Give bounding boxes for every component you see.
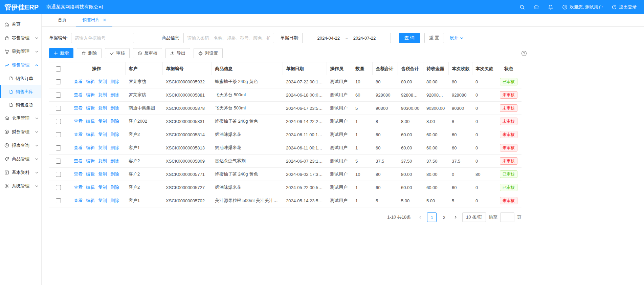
select-all-checkbox[interactable] — [56, 66, 61, 72]
row-action-edit[interactable]: 编辑 — [86, 198, 95, 203]
expand-toggle[interactable]: 展开 — [450, 35, 464, 41]
row-action-view[interactable]: 查看 — [74, 158, 83, 163]
row-action-edit[interactable]: 编辑 — [86, 158, 95, 163]
row-action-delete[interactable]: 删除 — [110, 119, 119, 124]
row-action-view[interactable]: 查看 — [74, 92, 83, 97]
product-info-input[interactable] — [183, 33, 274, 43]
sidebar-item-finance-management[interactable]: 财务管理 — [0, 125, 41, 139]
column-settings-button[interactable]: 列设置 — [194, 48, 223, 58]
sidebar-item-warehouse-management[interactable]: 仓库管理 — [0, 111, 41, 125]
row-action-copy[interactable]: 复制 — [98, 171, 107, 177]
notification-bell-icon[interactable] — [548, 4, 553, 10]
row-action-edit[interactable]: 编辑 — [86, 119, 95, 124]
row-action-edit[interactable]: 编辑 — [86, 171, 95, 177]
next-page-button[interactable] — [451, 213, 460, 222]
row-checkbox[interactable] — [56, 145, 61, 150]
row-checkbox[interactable] — [56, 119, 61, 124]
cell-receivable: 928080.00 — [423, 88, 448, 102]
add-button[interactable]: 新增 — [49, 48, 73, 58]
row-action-view[interactable]: 查看 — [74, 119, 83, 124]
sales-outbound-table: 操作客户单据编号商品信息单据日期操作员数量金额合计含税合计待收金额本次收款本次欠… — [49, 62, 521, 207]
row-action-view[interactable]: 查看 — [74, 105, 83, 110]
row-action-delete[interactable]: 删除 — [110, 171, 119, 177]
welcome-text: 欢迎您, 测试用户 — [570, 4, 603, 10]
row-action-view[interactable]: 查看 — [74, 79, 83, 84]
row-action-delete[interactable]: 删除 — [110, 92, 119, 97]
home-nav-icon[interactable] — [534, 4, 539, 10]
row-checkbox[interactable] — [56, 198, 61, 203]
close-icon[interactable] — [103, 18, 106, 22]
prev-page-button[interactable] — [416, 213, 424, 222]
row-action-copy[interactable]: 复制 — [98, 105, 107, 110]
row-action-view[interactable]: 查看 — [74, 198, 83, 203]
row-action-edit[interactable]: 编辑 — [86, 105, 95, 110]
delete-button[interactable]: 删除 — [77, 48, 102, 58]
tab-home[interactable]: 首页 — [52, 14, 73, 26]
reset-button[interactable]: 重 置 — [424, 33, 444, 43]
logout-button[interactable]: 退出登录 — [612, 4, 637, 10]
sidebar-item-sales-management[interactable]: 销售管理 — [0, 58, 41, 72]
search-icon[interactable] — [519, 4, 525, 10]
row-action-copy[interactable]: 复制 — [98, 132, 107, 137]
row-action-copy[interactable]: 复制 — [98, 92, 107, 97]
sidebar-item-purchase-management[interactable]: 采购管理 — [0, 45, 41, 58]
row-action-view[interactable]: 查看 — [74, 132, 83, 137]
unaudit-button[interactable]: 反审核 — [133, 48, 162, 58]
sidebar-item-sales-return[interactable]: 销售退货 — [0, 98, 41, 111]
row-action-view[interactable]: 查看 — [74, 185, 83, 190]
document-icon — [9, 103, 13, 107]
row-action-view[interactable]: 查看 — [74, 171, 83, 177]
page-number-2[interactable]: 2 — [439, 212, 449, 222]
sidebar-item-report-query[interactable]: 报表查询 — [0, 139, 41, 152]
audit-button[interactable]: 审核 — [105, 48, 130, 58]
row-checkbox[interactable] — [56, 93, 61, 98]
sidebar-item-base-data[interactable]: 基本资料 — [0, 166, 41, 179]
row-action-copy[interactable]: 复制 — [98, 158, 107, 163]
row-action-delete[interactable]: 删除 — [110, 158, 119, 163]
row-action-edit[interactable]: 编辑 — [86, 92, 95, 97]
row-action-edit[interactable]: 编辑 — [86, 79, 95, 84]
row-action-delete[interactable]: 删除 — [110, 105, 119, 110]
row-checkbox[interactable] — [56, 79, 61, 84]
row-action-delete[interactable]: 删除 — [110, 198, 119, 203]
row-action-edit[interactable]: 编辑 — [86, 145, 95, 150]
sidebar-item-product-management[interactable]: 商品管理 — [0, 152, 41, 166]
sidebar-item-home[interactable]: 首页 — [0, 18, 41, 31]
row-action-delete[interactable]: 删除 — [110, 132, 119, 137]
row-action-delete[interactable]: 删除 — [110, 185, 119, 190]
jump-page-input[interactable] — [500, 212, 514, 222]
export-button[interactable]: 导出 — [165, 48, 190, 58]
date-range-picker[interactable]: 2024-04-22 ~ 2024-07-22 — [302, 33, 391, 43]
row-action-copy[interactable]: 复制 — [98, 119, 107, 124]
row-checkbox[interactable] — [56, 106, 61, 111]
cell-received: 8 — [448, 115, 472, 128]
sidebar-item-system-management[interactable]: 系统管理 — [0, 179, 41, 193]
row-action-edit[interactable]: 编辑 — [86, 185, 95, 190]
row-action-copy[interactable]: 复制 — [98, 198, 107, 203]
sidebar-item-retail-management[interactable]: 零售管理 — [0, 31, 41, 45]
user-menu[interactable]: 欢迎您, 测试用户 — [562, 4, 603, 10]
search-button[interactable]: 查 询 — [399, 33, 420, 43]
date-end-value[interactable]: 2024-07-22 — [353, 36, 376, 41]
date-start-value[interactable]: 2024-04-22 — [317, 36, 340, 41]
row-action-copy[interactable]: 复制 — [98, 185, 107, 190]
tab-sales-outbound[interactable]: 销售出库 — [76, 14, 112, 26]
row-action-delete[interactable]: 删除 — [110, 79, 119, 84]
cell-bill_no: XSCK00000005727 — [162, 181, 212, 194]
cell-received: 60 — [448, 181, 472, 194]
bill-no-input[interactable] — [71, 33, 134, 43]
row-checkbox[interactable] — [56, 159, 61, 164]
row-checkbox[interactable] — [56, 132, 61, 137]
sidebar-item-sales-outbound[interactable]: 销售出库 — [0, 85, 41, 98]
row-action-copy[interactable]: 复制 — [98, 145, 107, 150]
row-action-view[interactable]: 查看 — [74, 145, 83, 150]
page-size-select[interactable]: 10 条/页 — [462, 212, 486, 222]
row-action-delete[interactable]: 删除 — [110, 145, 119, 150]
row-checkbox[interactable] — [56, 172, 61, 177]
row-action-edit[interactable]: 编辑 — [86, 132, 95, 137]
row-action-copy[interactable]: 复制 — [98, 79, 107, 84]
page-number-1[interactable]: 1 — [427, 212, 437, 222]
sidebar-item-sales-order[interactable]: 销售订单 — [0, 72, 41, 85]
help-icon[interactable] — [521, 50, 527, 56]
row-checkbox[interactable] — [56, 185, 61, 190]
